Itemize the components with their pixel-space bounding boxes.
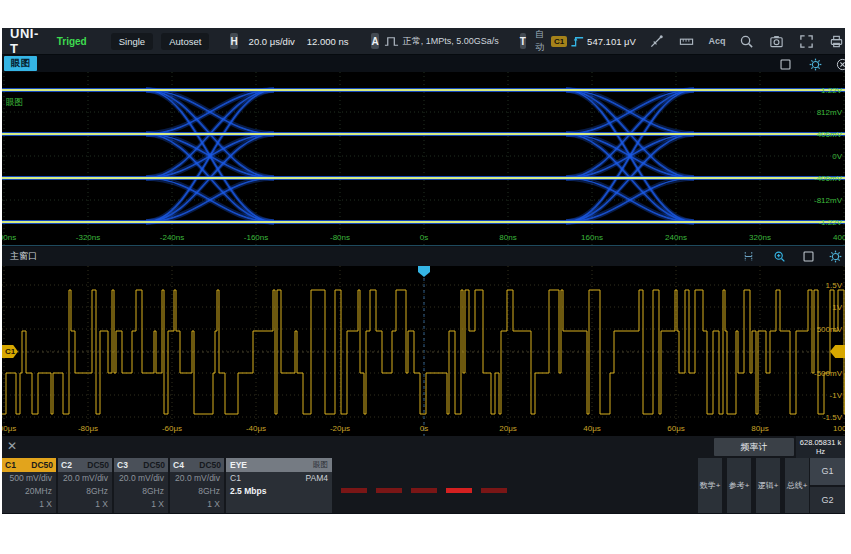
settings-gear-icon[interactable] xyxy=(809,57,823,71)
eye-x-tick-label: 400ns xyxy=(833,233,845,242)
menu-button-2[interactable]: 逻辑+ xyxy=(756,458,780,513)
menu-button-0[interactable]: 数学+ xyxy=(698,458,722,513)
channel-status-bar: C1DC50500 mV/div20MHz1 XC2DC5020.0 mV/di… xyxy=(2,458,845,513)
close-icon[interactable] xyxy=(836,57,845,71)
coupling-label: DC50 xyxy=(31,460,53,470)
eye-mode-block[interactable]: EYE眼图C1PAM42.5 Mbps xyxy=(226,458,332,513)
adjust-icon[interactable] xyxy=(642,31,672,51)
eye-source: C1 xyxy=(230,472,241,485)
menu-button-3[interactable]: 总线+ xyxy=(785,458,809,513)
horizontal-key[interactable]: H xyxy=(230,33,237,49)
eye-pane-label: 眼图 xyxy=(6,97,23,109)
main-y-axis-label: 500mV xyxy=(817,325,842,334)
coupling-label: DC50 xyxy=(143,460,165,470)
eye-x-tick-label: 80ns xyxy=(499,233,516,242)
trigger-level-value[interactable]: 547.101 μV xyxy=(587,36,636,47)
frequency-value: 628.05831 k xyxy=(800,438,841,447)
search-icon[interactable] xyxy=(732,31,762,51)
eye-y-axis-label: -812mV xyxy=(814,196,842,205)
channel-bandwidth: 20MHz xyxy=(2,485,56,498)
acq-icon-label: Acq xyxy=(708,36,725,46)
brand-logo: UNI-T xyxy=(10,28,39,56)
cursors-icon[interactable] xyxy=(742,249,756,263)
channel-block-c3[interactable]: C3DC5020.0 mV/div8GHz1 X xyxy=(114,458,168,513)
trigger-status-badge: Triged xyxy=(57,36,87,47)
channel-scale: 20.0 mV/div xyxy=(114,472,168,485)
single-button[interactable]: Single xyxy=(111,33,153,50)
main-waveform-plot[interactable]: -100μs-80μs-60μs-40μs-20μs0s20μs40μs60μs… xyxy=(2,266,845,436)
main-x-tick-label: -40μs xyxy=(246,424,266,433)
main-waveform-trace xyxy=(2,266,845,436)
trigger-mode[interactable]: 自动 xyxy=(535,28,544,54)
menu-button-1[interactable]: 参考+ xyxy=(727,458,751,513)
main-x-tick-label: 100μs xyxy=(833,424,845,433)
autoset-button[interactable]: Autoset xyxy=(161,33,209,50)
maximize-icon[interactable] xyxy=(802,249,816,263)
channel-attenuation: 1 X xyxy=(170,498,224,511)
channel-header: C3DC50 xyxy=(114,458,168,472)
channel-block-c1[interactable]: C1DC50500 mV/div20MHz1 X xyxy=(2,458,56,513)
channel-bandwidth: 8GHz xyxy=(170,485,224,498)
status-dash xyxy=(446,488,472,493)
channel-bandwidth: 8GHz xyxy=(58,485,112,498)
horizontal-delay-value[interactable]: 12.000 ns xyxy=(307,36,349,47)
main-x-tick-label: -100μs xyxy=(2,424,16,433)
channel-id: C1 xyxy=(5,460,16,470)
channel-header: C1DC50 xyxy=(2,458,56,472)
status-dash xyxy=(411,488,437,493)
group-button-g1[interactable]: G1 xyxy=(810,458,845,485)
eye-x-tick-label: -320ns xyxy=(76,233,100,242)
main-window-title: 主窗口 xyxy=(10,250,37,263)
acquire-key[interactable]: A xyxy=(371,33,378,49)
channel-id: C2 xyxy=(61,460,72,470)
toolbar-icon-group: Acq xyxy=(642,31,845,51)
eye-mode: PAM4 xyxy=(305,472,328,485)
main-y-axis-label: 1V xyxy=(832,303,842,312)
eye-x-tick-label: 0s xyxy=(420,233,428,242)
timebase-value[interactable]: 20.0 μs/div xyxy=(249,36,295,47)
channel-attenuation: 1 X xyxy=(2,498,56,511)
channel-attenuation: 1 X xyxy=(114,498,168,511)
eye-y-axis-label: -406mV xyxy=(814,174,842,183)
eye-x-tick-label: -240ns xyxy=(160,233,184,242)
channel-bandwidth: 8GHz xyxy=(114,485,168,498)
channel-block-c2[interactable]: C2DC5020.0 mV/div8GHz1 X xyxy=(58,458,112,513)
maximize-icon[interactable] xyxy=(779,57,793,71)
frequency-counter-readout: 628.05831 k Hz xyxy=(796,436,845,458)
status-dash xyxy=(376,488,402,493)
close-all-icon[interactable]: ✕ xyxy=(7,439,17,453)
eye-y-axis-label: -1.22V xyxy=(818,218,842,227)
rising-edge-icon xyxy=(570,31,585,51)
pulse-icon xyxy=(384,31,399,51)
expand-icon[interactable] xyxy=(792,31,822,51)
status-dash xyxy=(341,488,367,493)
save-icon[interactable] xyxy=(762,31,792,51)
settings-gear-icon[interactable] xyxy=(829,249,843,263)
coupling-label: DC50 xyxy=(199,460,221,470)
main-y-axis-label: 1.5V xyxy=(826,281,842,290)
group-button-g2[interactable]: G2 xyxy=(810,487,845,514)
main-x-tick-label: -60μs xyxy=(162,424,182,433)
main-y-axis-label: -1.5V xyxy=(823,413,842,422)
trigger-key[interactable]: T xyxy=(520,33,526,49)
eye-block-tag: 眼图 xyxy=(313,460,328,470)
print-icon[interactable] xyxy=(822,31,845,51)
channel-block-c4[interactable]: C4DC5020.0 mV/div8GHz1 X xyxy=(170,458,224,513)
eye-x-tick-label: -400ns xyxy=(2,233,16,242)
trigger-source-badge[interactable]: C1 xyxy=(551,36,567,47)
frequency-counter-button[interactable]: 频率计 xyxy=(714,438,794,456)
eye-diagram-plot[interactable]: -400ns-320ns-240ns-160ns-80ns0s80ns160ns… xyxy=(2,72,845,246)
acq-icon[interactable]: Acq xyxy=(702,31,732,51)
ruler-icon[interactable] xyxy=(672,31,702,51)
tab-eye-diagram[interactable]: 眼图 xyxy=(4,56,37,71)
channel-id: C4 xyxy=(173,460,184,470)
eye-window-tabrow: 眼图 xyxy=(2,55,845,72)
zoom-in-icon[interactable] xyxy=(773,249,787,263)
eye-x-tick-label: 320ns xyxy=(749,233,771,242)
menu-button-group: 数学+参考+逻辑+总线+ xyxy=(698,458,809,513)
main-y-axis-label: -1V xyxy=(830,391,842,400)
coupling-label: DC50 xyxy=(87,460,109,470)
oscilloscope-app: UNI-T Triged Single Autoset H 20.0 μs/di… xyxy=(2,28,845,514)
main-x-tick-label: 60μs xyxy=(667,424,685,433)
channel-header: C2DC50 xyxy=(58,458,112,472)
